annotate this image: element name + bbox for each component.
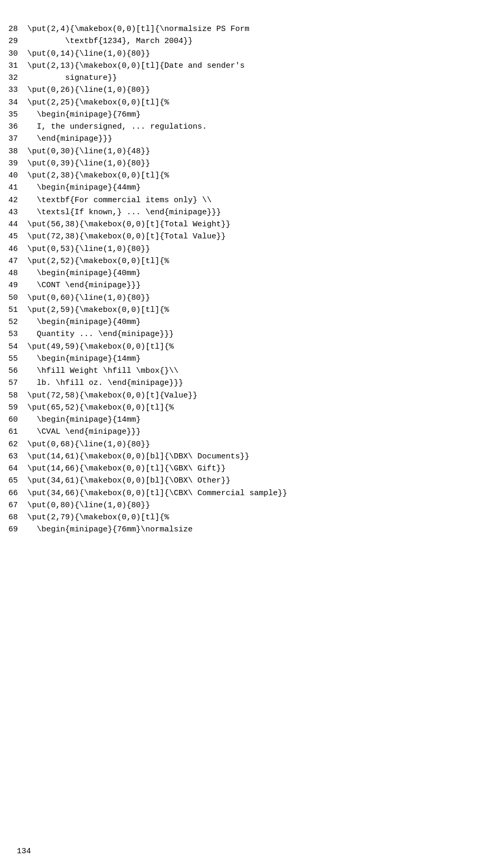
line-content: \begin{minipage}{44mm}: [27, 182, 504, 194]
line-content: \begin{minipage}{14mm}: [27, 353, 504, 365]
line-content: Quantity ... \end{minipage}}}: [27, 328, 504, 340]
line-content: \begin{minipage}{40mm}: [27, 267, 504, 279]
code-line: 68\put(2,79){\makebox(0,0)[tl]{%: [0, 511, 504, 524]
line-content: \textbf{1234}, March 2004}}: [27, 35, 504, 47]
code-line: 35 \begin{minipage}{76mm}: [0, 109, 504, 121]
line-number: 47: [0, 255, 27, 267]
line-content: \put(72,38){\makebox(0,0)[t]{Total Value…: [27, 231, 504, 243]
line-number: 43: [0, 206, 27, 218]
line-number: 28: [0, 23, 27, 35]
line-number: 54: [0, 341, 27, 353]
code-line: 57 lb. \hfill oz. \end{minipage}}}: [0, 377, 504, 389]
line-number: 45: [0, 231, 27, 243]
code-line: 43 \textsl{If known,} ... \end{minipage}…: [0, 206, 504, 218]
line-number: 67: [0, 499, 27, 511]
line-number: 48: [0, 267, 27, 279]
code-line: 62\put(0,68){\line(1,0){80}}: [0, 438, 504, 451]
code-line: 45\put(72,38){\makebox(0,0)[t]{Total Val…: [0, 231, 504, 243]
line-number: 42: [0, 194, 27, 206]
line-number: 60: [0, 414, 27, 426]
line-number: 29: [0, 35, 27, 47]
code-line: 33\put(0,26){\line(1,0){80}}: [0, 84, 504, 96]
line-number: 51: [0, 304, 27, 316]
line-number: 49: [0, 279, 27, 291]
code-line: 41 \begin{minipage}{44mm}: [0, 182, 504, 194]
line-content: \put(2,25){\makebox(0,0)[tl]{%: [27, 97, 504, 109]
line-number: 33: [0, 84, 27, 96]
line-number: 32: [0, 72, 27, 84]
code-line: 49 \CONT \end{minipage}}}: [0, 279, 504, 291]
line-number: 40: [0, 170, 27, 182]
line-content: \put(2,4){\makebox(0,0)[tl]{\normalsize …: [27, 23, 504, 35]
line-content: \put(0,26){\line(1,0){80}}: [27, 84, 504, 96]
line-content: \put(2,13){\makebox(0,0)[tl]{Date and se…: [27, 60, 504, 72]
line-number: 41: [0, 182, 27, 194]
line-number: 50: [0, 292, 27, 304]
line-content: \put(56,38){\makebox(0,0)[t]{Total Weigh…: [27, 218, 504, 231]
code-line: 34\put(2,25){\makebox(0,0)[tl]{%: [0, 97, 504, 109]
line-content: \CONT \end{minipage}}}: [27, 279, 504, 291]
code-line: 63\put(14,61){\makebox(0,0)[bl]{\DBX\ Do…: [0, 451, 504, 463]
line-content: \put(0,53){\line(1,0){80}}: [27, 243, 504, 255]
code-line: 30\put(0,14){\line(1,0){80}}: [0, 48, 504, 60]
line-content: I, the undersigned, ... regulations.: [27, 121, 504, 133]
line-content: \textsl{If known,} ... \end{minipage}}}: [27, 206, 504, 218]
code-line: 46\put(0,53){\line(1,0){80}}: [0, 243, 504, 255]
code-line: 56 \hfill Weight \hfill \mbox{}\\: [0, 365, 504, 377]
line-number: 46: [0, 243, 27, 255]
code-line: 29 \textbf{1234}, March 2004}}: [0, 35, 504, 47]
line-number: 63: [0, 451, 27, 463]
code-line: 53 Quantity ... \end{minipage}}}: [0, 328, 504, 340]
code-line: 60 \begin{minipage}{14mm}: [0, 414, 504, 426]
line-number: 59: [0, 402, 27, 414]
code-line: 40\put(2,38){\makebox(0,0)[tl]{%: [0, 170, 504, 182]
line-content: \put(0,60){\line(1,0){80}}: [27, 292, 504, 304]
line-content: \put(0,68){\line(1,0){80}}: [27, 438, 504, 451]
line-number: 39: [0, 158, 27, 170]
line-number: 31: [0, 60, 27, 72]
line-content: \begin{minipage}{14mm}: [27, 414, 504, 426]
line-content: \put(2,59){\makebox(0,0)[tl]{%: [27, 304, 504, 316]
code-line: 69 \begin{minipage}{76mm}\normalsize: [0, 524, 504, 536]
code-line: 32 signature}}: [0, 72, 504, 84]
line-number: 57: [0, 377, 27, 389]
code-line: 61 \CVAL \end{minipage}}}: [0, 426, 504, 438]
code-line: 67\put(0,80){\line(1,0){80}}: [0, 499, 504, 511]
line-content: \put(0,30){\line(1,0){48}}: [27, 145, 504, 158]
code-line: 66\put(34,66){\makebox(0,0)[tl]{\CBX\ Co…: [0, 487, 504, 499]
line-content: signature}}: [27, 72, 504, 84]
page-number: 134: [17, 847, 31, 856]
code-line: 38\put(0,30){\line(1,0){48}}: [0, 145, 504, 158]
line-number: 35: [0, 109, 27, 121]
code-line: 37 \end{minipage}}}: [0, 133, 504, 145]
code-line: 36 I, the undersigned, ... regulations.: [0, 121, 504, 133]
line-number: 66: [0, 487, 27, 499]
code-line: 65\put(34,61){\makebox(0,0)[bl]{\OBX\ Ot…: [0, 475, 504, 487]
line-content: \begin{minipage}{76mm}: [27, 109, 504, 121]
line-number: 37: [0, 133, 27, 145]
line-number: 53: [0, 328, 27, 340]
line-content: \put(65,52){\makebox(0,0)[tl]{%: [27, 402, 504, 414]
line-content: \put(0,39){\line(1,0){80}}: [27, 158, 504, 170]
line-number: 68: [0, 511, 27, 524]
page-number-area: 134: [0, 847, 504, 856]
line-content: \CVAL \end{minipage}}}: [27, 426, 504, 438]
line-number: 44: [0, 218, 27, 231]
code-line: 28\put(2,4){\makebox(0,0)[tl]{\normalsiz…: [0, 23, 504, 35]
code-line: 39\put(0,39){\line(1,0){80}}: [0, 158, 504, 170]
line-number: 36: [0, 121, 27, 133]
line-content: \end{minipage}}}: [27, 133, 504, 145]
line-number: 56: [0, 365, 27, 377]
line-content: \put(49,59){\makebox(0,0)[tl]{%: [27, 341, 504, 353]
code-line: 50\put(0,60){\line(1,0){80}}: [0, 292, 504, 304]
line-content: \put(2,38){\makebox(0,0)[tl]{%: [27, 170, 504, 182]
line-number: 34: [0, 97, 27, 109]
line-content: \put(0,80){\line(1,0){80}}: [27, 499, 504, 511]
line-number: 65: [0, 475, 27, 487]
code-block: 28\put(2,4){\makebox(0,0)[tl]{\normalsiz…: [0, 23, 504, 536]
line-number: 38: [0, 145, 27, 158]
line-content: \put(34,66){\makebox(0,0)[tl]{\CBX\ Comm…: [27, 487, 504, 499]
code-line: 55 \begin{minipage}{14mm}: [0, 353, 504, 365]
line-number: 62: [0, 438, 27, 451]
code-line: 42 \textbf{For commercial items only} \\: [0, 194, 504, 206]
